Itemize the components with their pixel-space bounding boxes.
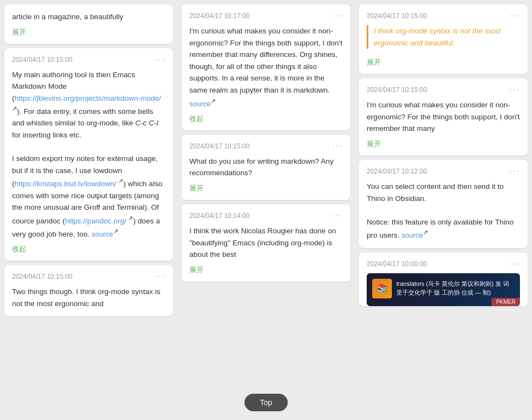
quote-block: I think org-mode syntax is not the most … [367,25,520,49]
card-body: What do you use for writing markdown? An… [189,156,343,179]
more-menu-button[interactable]: ··· [332,211,343,221]
middle-column: 2024/04/17 10:17:00 ··· I'm curious what… [177,0,355,420]
notification-overlay: 📚 translators (马卡 莫伦尔 第议和则则) 发 词里于交化学于 版… [367,273,520,306]
quote-text: I think org-mode syntax is not the most … [374,27,501,47]
timestamp: 2024/04/17 10:17:00 [189,12,250,20]
expand-button[interactable]: 展开 [189,183,204,193]
card-right-1: 2024/04/17 10:15:00 ··· I'm curious what… [359,78,528,156]
lowdown-link[interactable]: https://kristaps.bsd.lv/lowdown/ [15,180,117,188]
card-text: I think the work Nicolas Rougier has don… [189,225,343,261]
source-link[interactable]: source [402,231,423,239]
card-header: 2024/04/17 10:14:00 ··· [189,211,343,221]
timestamp: 2024/04/17 10:15:00 [12,273,72,280]
timestamp: 2024/04/17 10:00:00 [367,260,427,268]
more-menu-button[interactable]: ··· [332,11,343,21]
left-column: article in a magazine, a beautifully 展开 … [0,0,177,420]
more-menu-button[interactable]: ··· [332,141,343,151]
card-header: 2024/04/17 10:15:00 ··· [367,11,520,21]
markdown-mode-link[interactable]: https://jblevins.org/projects/markdown-m… [15,94,161,102]
card-mid-1: 2024/04/17 10:15:00 ··· What do you use … [182,135,350,200]
more-menu-button[interactable]: ··· [510,11,520,21]
card-header: 2024/04/17 10:15:00 ··· [367,85,520,95]
card-text: I'm curious what makes you consider it n… [189,25,343,110]
timestamp: 2024/04/17 10:14:00 [189,212,250,220]
card-left-1: 2024/04/17 10:15:00 ··· My main authorin… [4,48,173,261]
timestamp: 2024/04/17 10:12:00 [367,168,427,175]
card-body: I'm curious what makes you consider it n… [189,25,343,110]
external-icon: ↗ [423,229,428,235]
source-link[interactable]: source [189,99,211,107]
card-header: 2024/04/17 10:15:00 ··· [189,141,343,151]
card-header: 2024/04/17 10:12:00 ··· [367,166,520,176]
more-menu-button[interactable]: ··· [510,259,520,269]
more-menu-button[interactable]: ··· [155,272,165,281]
more-menu-button[interactable]: ··· [155,55,165,65]
card-body: Two things though. I think org-mode synt… [12,286,165,309]
external-icon: ↗ [12,105,17,112]
more-menu-button[interactable]: ··· [510,166,520,176]
card-body: My main authoring tool is then Emacs Mar… [12,69,165,240]
card-left-2: 2024/04/17 10:15:00 ··· Two things thoug… [4,265,173,316]
card-text: Two things though. I think org-mode synt… [12,286,165,309]
card-right-2: 2024/04/17 10:12:00 ··· You can select c… [359,160,528,248]
card-body: I think the work Nicolas Rougier has don… [189,225,343,261]
notification-content: 📚 translators (马卡 莫伦尔 第议和则则) 发 词里于交化学于 版… [372,279,514,298]
pkmer-badge: PKMER [491,298,520,306]
card-paragraph-2: I seldom export my notes for external us… [12,153,165,240]
notification-text: translators (马卡 莫伦尔 第议和则则) 发 词里于交化学于 版 工… [396,280,514,297]
source-link[interactable]: source [92,229,113,238]
top-button[interactable]: Top [245,394,288,411]
card-right-3: 2024/04/17 10:00:00 ··· 📚 translators (马… [359,252,528,306]
card-text: article in a magazine, a beautifully [12,13,123,21]
right-column: 2024/04/17 10:15:00 ··· I think org-mode… [355,0,532,420]
expand-button[interactable]: 展开 [12,27,26,37]
card-header: 2024/04/17 10:00:00 ··· [367,259,520,269]
source-external-icon: ↗ [113,228,118,234]
expand-button[interactable]: 展开 [189,265,204,275]
timestamp: 2024/04/17 10:15:00 [12,56,72,64]
card-text: I'm curious what makes you consider it n… [367,99,520,135]
timestamp: 2024/04/17 10:15:00 [367,86,427,94]
card-body: You can select content and then send it … [367,181,520,241]
card-header: 2024/04/17 10:15:00 ··· [12,272,165,281]
external-icon: ↗ [211,97,216,104]
more-menu-button[interactable]: ··· [510,85,520,95]
card-body: I'm curious what makes you consider it n… [367,99,520,135]
collapse-button[interactable]: 收起 [12,244,26,254]
notification-icon: 📚 [372,279,392,298]
external-icon-2: ↗ [118,177,123,184]
card-text-1: You can select content and then send it … [367,181,520,204]
card-left-0: article in a magazine, a beautifully 展开 [4,4,173,44]
card-header: 2024/04/17 10:15:00 ··· [12,55,165,65]
expand-button[interactable]: 展开 [367,57,381,67]
card-header: 2024/04/17 10:17:00 ··· [189,11,343,21]
card-mid-2: 2024/04/17 10:14:00 ··· I think the work… [182,204,350,281]
timestamp: 2024/04/17 10:15:00 [367,12,427,20]
card-mid-0: 2024/04/17 10:17:00 ··· I'm curious what… [182,4,350,130]
collapse-button[interactable]: 收起 [189,114,204,124]
card-text-2: Notice: this feature is only available f… [367,216,520,241]
pandoc-link[interactable]: https://pandoc.org/ [65,216,126,225]
timestamp: 2024/04/17 10:15:00 [189,142,250,150]
card-body: article in a magazine, a beautifully [12,11,165,23]
card-right-0: 2024/04/17 10:15:00 ··· I think org-mode… [359,4,528,74]
card-body: I think org-mode syntax is not the most … [367,25,520,49]
card-paragraph-1: My main authoring tool is then Emacs Mar… [12,69,165,141]
external-icon-3: ↗ [128,215,133,221]
expand-button[interactable]: 展开 [367,139,381,149]
card-text: What do you use for writing markdown? An… [189,156,343,179]
